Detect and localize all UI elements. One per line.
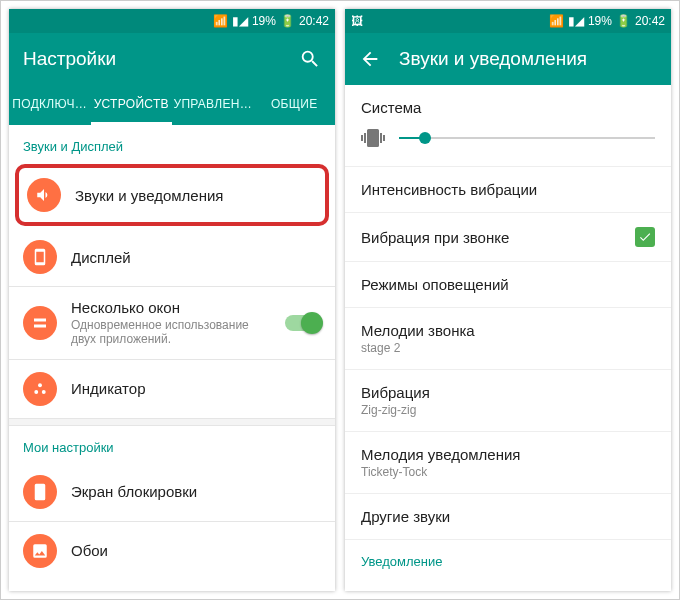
item-label: Мелодии звонка xyxy=(361,322,655,339)
system-volume-row xyxy=(345,116,671,167)
item-label: Другие звуки xyxy=(361,508,655,525)
screenshot-icon: 🖼 xyxy=(351,14,363,28)
item-notification-sound[interactable]: Мелодия уведомления Tickety-Tock xyxy=(345,432,671,494)
item-label: Интенсивность вибрации xyxy=(361,181,655,198)
item-label: Вибрация при звонке xyxy=(361,229,635,246)
wifi-icon: 📶 xyxy=(549,14,564,28)
signal-icon: ▮◢ xyxy=(568,14,584,28)
tab-controls[interactable]: УПРАВЛЕН… xyxy=(172,85,254,125)
vibrate-on-ring-checkbox[interactable] xyxy=(635,227,655,247)
item-label: Дисплей xyxy=(71,249,321,266)
app-bar: Звуки и уведомления xyxy=(345,33,671,85)
item-indicator[interactable]: Индикатор xyxy=(9,360,335,418)
display-icon xyxy=(23,240,57,274)
section-my-settings: Мои настройки xyxy=(9,426,335,463)
item-label: Вибрация xyxy=(361,384,655,401)
sounds-screen: 🖼 📶 ▮◢ 19% 🔋 20:42 Звуки и уведомления С… xyxy=(345,9,671,591)
item-sublabel: Tickety-Tock xyxy=(361,465,655,479)
page-title: Звуки и уведомления xyxy=(399,48,657,70)
highlight-box: Звуки и уведомления xyxy=(15,164,329,226)
item-label: Индикатор xyxy=(71,380,321,397)
multi-window-icon xyxy=(23,306,57,340)
wallpaper-icon xyxy=(23,534,57,568)
clock: 20:42 xyxy=(635,14,665,28)
item-notification-modes[interactable]: Режимы оповещений xyxy=(345,262,671,308)
clock: 20:42 xyxy=(299,14,329,28)
item-label: Экран блокировки xyxy=(71,483,321,500)
svg-point-1 xyxy=(34,390,38,394)
sounds-list: Система Интенсивность вибрации Вибрация … xyxy=(345,85,671,591)
tab-general[interactable]: ОБЩИЕ xyxy=(254,85,336,125)
status-bar: 🖼 📶 ▮◢ 19% 🔋 20:42 xyxy=(345,9,671,33)
signal-icon: ▮◢ xyxy=(232,14,248,28)
system-label: Система xyxy=(345,85,671,116)
wifi-icon: 📶 xyxy=(213,14,228,28)
search-icon[interactable] xyxy=(299,48,321,70)
item-display[interactable]: Дисплей xyxy=(9,228,335,286)
tab-device[interactable]: УСТРОЙСТВ xyxy=(91,85,173,125)
back-icon[interactable] xyxy=(359,48,381,70)
tab-bar: ПОДКЛЮЧ… УСТРОЙСТВ УПРАВЛЕН… ОБЩИЕ xyxy=(9,85,335,125)
item-multi-window[interactable]: Несколько окон Одновременное использован… xyxy=(9,287,335,359)
battery-text: 19% xyxy=(588,14,612,28)
lock-screen-icon xyxy=(23,475,57,509)
item-label: Несколько окон xyxy=(71,299,271,316)
app-bar: Настройки xyxy=(9,33,335,85)
item-label: Режимы оповещений xyxy=(361,276,655,293)
item-vibrate-on-ring[interactable]: Вибрация при звонке xyxy=(345,213,671,262)
battery-icon: 🔋 xyxy=(616,14,631,28)
item-lock-screen[interactable]: Экран блокировки xyxy=(9,463,335,521)
volume-icon xyxy=(27,178,61,212)
system-volume-slider[interactable] xyxy=(399,137,655,139)
settings-list: Звуки и Дисплей Звуки и уведомления Дисп… xyxy=(9,125,335,591)
tab-connections[interactable]: ПОДКЛЮЧ… xyxy=(9,85,91,125)
svg-point-0 xyxy=(38,383,42,387)
item-label: Звуки и уведомления xyxy=(75,187,317,204)
section-gap xyxy=(9,418,335,426)
section-sound-display: Звуки и Дисплей xyxy=(9,125,335,162)
svg-point-2 xyxy=(42,390,46,394)
item-label: Обои xyxy=(71,542,321,559)
item-sublabel: Zig-zig-zig xyxy=(361,403,655,417)
item-sounds-notifications[interactable]: Звуки и уведомления xyxy=(19,168,325,222)
item-ringtones[interactable]: Мелодии звонка stage 2 xyxy=(345,308,671,370)
status-bar: 📶 ▮◢ 19% 🔋 20:42 xyxy=(9,9,335,33)
item-wallpaper[interactable]: Обои xyxy=(9,522,335,580)
multi-window-toggle[interactable] xyxy=(285,315,321,331)
item-sublabel: Одновременное использование двух приложе… xyxy=(71,318,271,347)
indicator-icon xyxy=(23,372,57,406)
item-other-sounds[interactable]: Другие звуки xyxy=(345,494,671,540)
battery-text: 19% xyxy=(252,14,276,28)
item-sublabel: stage 2 xyxy=(361,341,655,355)
battery-icon: 🔋 xyxy=(280,14,295,28)
section-notification: Уведомление xyxy=(345,540,671,569)
item-vibration[interactable]: Вибрация Zig-zig-zig xyxy=(345,370,671,432)
vibrate-icon xyxy=(361,126,385,150)
item-vibration-intensity[interactable]: Интенсивность вибрации xyxy=(345,167,671,213)
settings-screen: 📶 ▮◢ 19% 🔋 20:42 Настройки ПОДКЛЮЧ… УСТР… xyxy=(9,9,335,591)
item-label: Мелодия уведомления xyxy=(361,446,655,463)
page-title: Настройки xyxy=(23,48,281,70)
